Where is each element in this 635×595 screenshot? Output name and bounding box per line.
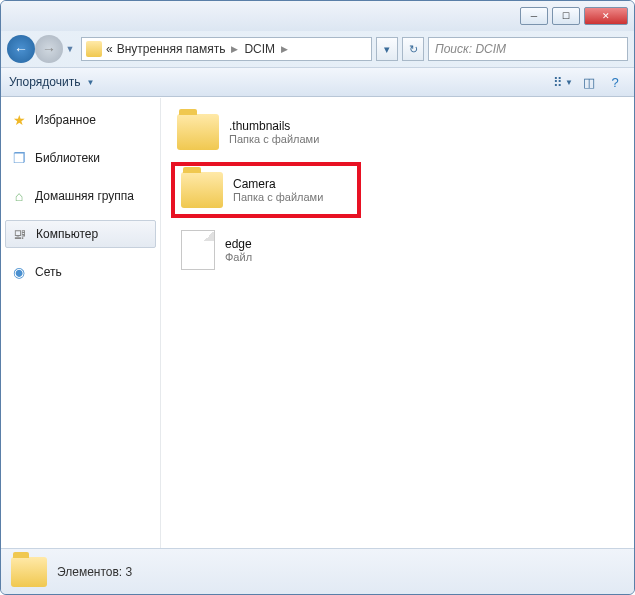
computer-icon: 🖳 [12,226,28,242]
folder-icon [177,114,219,150]
view-options-button[interactable]: ⠿▼ [552,71,574,93]
organize-menu[interactable]: Упорядочить ▼ [9,75,94,89]
preview-pane-button[interactable]: ◫ [578,71,600,93]
status-text: Элементов: 3 [57,565,132,579]
homegroup-icon: ⌂ [11,188,27,204]
sidebar-item-computer[interactable]: 🖳 Компьютер [5,220,156,248]
breadcrumb-pre: « [106,42,113,56]
folder-icon [11,557,47,587]
folder-icon [86,41,102,57]
item-subtitle: Папка с файлами [229,133,319,145]
sidebar-item-homegroup[interactable]: ⌂ Домашняя группа [1,182,160,210]
sidebar-item-label: Сеть [35,265,62,279]
command-bar: Упорядочить ▼ ⠿▼ ◫ ? [1,67,634,97]
item-name: edge [225,237,252,251]
details-pane: Элементов: 3 [1,548,634,594]
sidebar-item-libraries[interactable]: ❐ Библиотеки [1,144,160,172]
breadcrumb-seg-1[interactable]: Внутренняя память [117,42,226,56]
chevron-right-icon[interactable]: ▶ [279,44,290,54]
nav-buttons: ← → ▼ [7,35,77,63]
maximize-button[interactable]: ☐ [552,7,580,25]
sidebar-item-label: Избранное [35,113,96,127]
address-dropdown-button[interactable]: ▾ [376,37,398,61]
close-button[interactable]: ✕ [584,7,628,25]
item-name: Camera [233,177,323,191]
sidebar-item-favorites[interactable]: ★ Избранное [1,106,160,134]
sidebar-item-label: Библиотеки [35,151,100,165]
help-button[interactable]: ? [604,71,626,93]
chevron-right-icon[interactable]: ▶ [229,44,240,54]
item-subtitle: Папка с файлами [233,191,323,203]
file-icon [181,230,215,270]
navigation-bar: ← → ▼ « Внутренняя память ▶ DCIM ▶ ▾ ↻ П… [1,31,634,67]
item-subtitle: Файл [225,251,252,263]
libraries-icon: ❐ [11,150,27,166]
search-input[interactable]: Поиск: DCIM [428,37,628,61]
nav-history-dropdown[interactable]: ▼ [63,44,77,54]
navigation-pane: ★ Избранное ❐ Библиотеки ⌂ Домашняя груп… [1,98,161,548]
minimize-button[interactable]: ─ [520,7,548,25]
forward-button[interactable]: → [35,35,63,63]
sidebar-item-label: Домашняя группа [35,189,134,203]
folder-icon [181,172,223,208]
list-item[interactable]: edge Файл [171,224,361,276]
body: ★ Избранное ❐ Библиотеки ⌂ Домашняя груп… [1,97,634,548]
sidebar-item-label: Компьютер [36,227,98,241]
list-item[interactable]: Camera Папка с файлами [171,162,361,218]
network-icon: ◉ [11,264,27,280]
list-item[interactable]: .thumbnails Папка с файлами [171,108,361,156]
sidebar-item-network[interactable]: ◉ Сеть [1,258,160,286]
breadcrumb-seg-2[interactable]: DCIM [244,42,275,56]
titlebar: ─ ☐ ✕ [1,1,634,31]
star-icon: ★ [11,112,27,128]
refresh-button[interactable]: ↻ [402,37,424,61]
item-name: .thumbnails [229,119,319,133]
back-button[interactable]: ← [7,35,35,63]
explorer-window: ─ ☐ ✕ ← → ▼ « Внутренняя память ▶ DCIM ▶… [0,0,635,595]
address-bar[interactable]: « Внутренняя память ▶ DCIM ▶ [81,37,372,61]
search-placeholder: Поиск: DCIM [435,42,506,56]
chevron-down-icon: ▼ [86,78,94,87]
organize-label: Упорядочить [9,75,80,89]
file-list: .thumbnails Папка с файлами Camera Папка… [161,98,634,548]
